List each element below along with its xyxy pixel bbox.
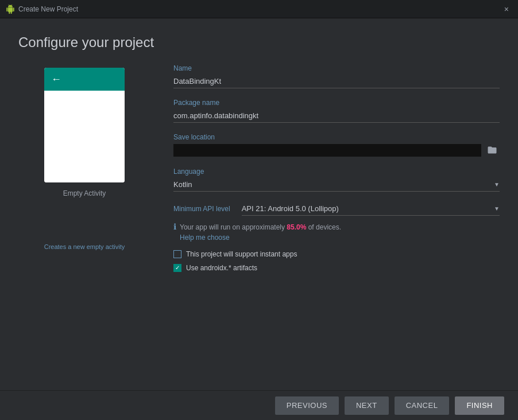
close-button[interactable]: × bbox=[501, 3, 512, 15]
page-title: Configure your project bbox=[0, 18, 518, 62]
package-label: Package name bbox=[173, 99, 500, 107]
language-dropdown-arrow: ▼ bbox=[494, 181, 500, 188]
androidx-checkbox[interactable]: ✓ bbox=[173, 264, 181, 272]
browse-folder-button[interactable] bbox=[485, 143, 500, 157]
package-group: Package name bbox=[173, 99, 500, 123]
next-button[interactable]: NEXT bbox=[345, 396, 389, 415]
language-label: Language bbox=[173, 168, 500, 176]
help-me-choose-link[interactable]: Help me choose bbox=[180, 234, 230, 242]
language-group: Language Kotlin ▼ bbox=[173, 168, 500, 192]
save-location-label: Save location bbox=[173, 133, 500, 141]
activity-description: Creates a new empty activity bbox=[44, 243, 125, 250]
device-preview-body bbox=[44, 91, 125, 182]
folder-icon bbox=[487, 145, 497, 154]
name-group: Name bbox=[173, 64, 500, 88]
footer: PREVIOUS NEXT CANCEL FINISH bbox=[0, 390, 518, 420]
right-panel: Name Package name Save location bbox=[173, 62, 500, 390]
api-level-label: Minimum API level bbox=[173, 205, 230, 213]
info-icon: ℹ bbox=[173, 222, 176, 231]
androidx-row[interactable]: ✓ Use androidx.* artifacts bbox=[173, 264, 500, 272]
title-bar-text: Create New Project bbox=[18, 5, 501, 13]
title-bar: Create New Project × bbox=[0, 0, 518, 18]
previous-button[interactable]: PREVIOUS bbox=[275, 396, 339, 415]
device-preview-header: ← bbox=[44, 68, 125, 91]
instant-apps-checkbox[interactable] bbox=[173, 250, 181, 258]
info-row: ℹ Your app will run on approximately 85.… bbox=[173, 221, 500, 242]
left-panel: ← Empty Activity Creates a new empty act… bbox=[18, 62, 150, 390]
androidx-label: Use androidx.* artifacts bbox=[186, 264, 257, 272]
api-level-value: API 21: Android 5.0 (Lollipop) bbox=[242, 204, 494, 213]
api-level-dropdown[interactable]: API 21: Android 5.0 (Lollipop) ▼ bbox=[242, 202, 500, 216]
api-dropdown-arrow: ▼ bbox=[494, 205, 500, 212]
finish-button[interactable]: FINISH bbox=[455, 396, 504, 415]
back-arrow-icon: ← bbox=[51, 73, 61, 85]
checkmark-icon: ✓ bbox=[175, 265, 180, 271]
info-text: Your app will run on approximately 85.0%… bbox=[180, 223, 341, 231]
save-location-group: Save location bbox=[173, 133, 500, 157]
language-dropdown[interactable]: Kotlin ▼ bbox=[173, 178, 500, 192]
instant-apps-row[interactable]: This project will support instant apps bbox=[173, 250, 500, 258]
instant-apps-label: This project will support instant apps bbox=[186, 250, 297, 258]
package-input[interactable] bbox=[173, 109, 500, 123]
save-location-input[interactable] bbox=[173, 144, 481, 157]
save-location-row bbox=[173, 143, 500, 157]
info-percent: 85.0% bbox=[287, 223, 306, 231]
main-content: Configure your project ← Empty Activity … bbox=[0, 18, 518, 420]
device-preview: ← bbox=[44, 68, 125, 182]
cancel-button[interactable]: CANCEL bbox=[395, 396, 450, 415]
android-icon bbox=[6, 5, 15, 14]
body-area: ← Empty Activity Creates a new empty act… bbox=[0, 62, 518, 390]
name-label: Name bbox=[173, 64, 500, 72]
activity-label: Empty Activity bbox=[63, 189, 106, 197]
info-text-block: Your app will run on approximately 85.0%… bbox=[180, 221, 341, 242]
name-input[interactable] bbox=[173, 75, 500, 88]
api-level-row: Minimum API level API 21: Android 5.0 (L… bbox=[173, 202, 500, 216]
language-value: Kotlin bbox=[173, 180, 494, 189]
